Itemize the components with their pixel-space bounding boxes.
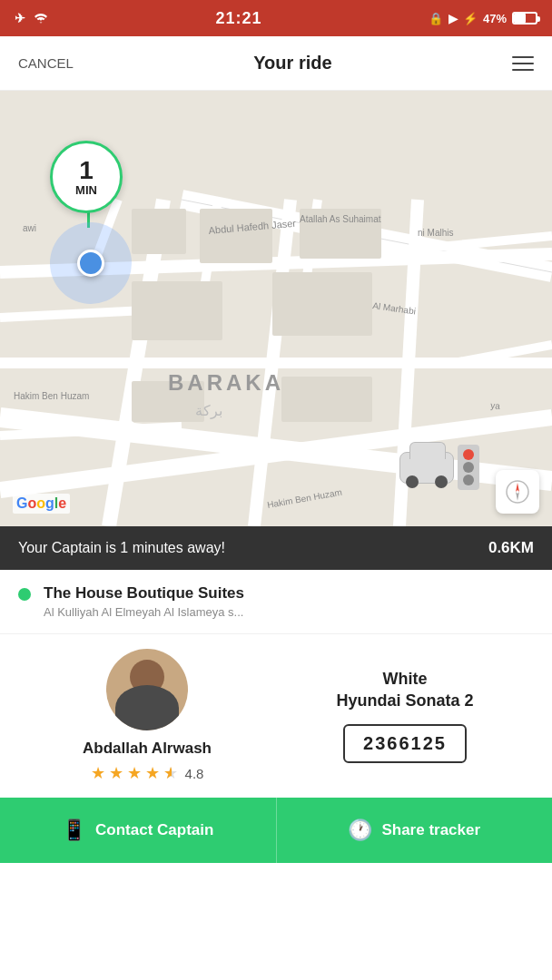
svg-text:Hakim Ben Huzam: Hakim Ben Huzam [14,391,89,401]
star-3: ★ [127,763,142,783]
tl-green [463,475,474,485]
driver-section: Abdallah Alrwash ★ ★ ★ ★ ★★ 4.8 White Hy… [0,634,552,798]
svg-text:awi: awi [23,223,36,233]
compass-button[interactable] [496,470,539,514]
contact-label: Contact Captain [95,821,213,839]
star-2: ★ [109,763,123,783]
svg-rect-20 [132,281,222,340]
g-red2: e [58,495,66,511]
location-icon: ▶ [448,12,458,25]
avatar-body [115,685,179,730]
svg-text:Atallah As Suhaimat: Atallah As Suhaimat [300,214,381,224]
destination-name: The House Boutique Suites [44,584,244,603]
driver-info-left: Abdallah Alrwash ★ ★ ★ ★ ★★ 4.8 [18,649,276,783]
share-tracker-button[interactable]: 🕐 Share tracker [277,798,553,863]
svg-text:ni Malhis: ni Malhis [418,228,453,238]
destination-dot [18,588,31,601]
captain-message: Your Captain is 1 minutes away! [18,540,225,556]
google-logo: Google [13,494,70,514]
star-1: ★ [91,763,105,783]
driver-name: Abdallah Alrwash [83,740,212,758]
captain-distance: 0.6KM [488,539,534,557]
destination-info: The House Boutique Suites Al Kulliyah Al… [44,584,244,619]
svg-rect-23 [281,377,372,422]
battery-icon [512,12,537,24]
status-left-icons: ✈ [15,11,49,26]
share-icon: 🕐 [348,818,372,842]
eta-unit: MIN [75,183,97,197]
cancel-button[interactable]: CANCEL [18,55,74,71]
bottom-actions: 📱 Contact Captain 🕐 Share tracker [0,798,552,863]
tl-yellow [463,462,474,473]
menu-line-2 [512,63,534,64]
share-label: Share tracker [381,821,480,839]
traffic-light [458,445,479,490]
map-area[interactable]: Abdul Hafedh Jaser Atallah As Suhaimat A… [0,91,552,526]
wifi-icon [33,11,49,26]
driver-avatar [106,649,188,730]
status-bar: ✈ 21:21 🔒 ▶ ⚡ 47% [0,0,552,36]
svg-rect-18 [200,209,272,263]
page-title: Your ride [253,53,331,74]
location-pulse [50,222,132,304]
svg-rect-17 [132,209,186,254]
header: CANCEL Your ride [0,36,552,91]
svg-text:بركة: بركة [195,403,222,419]
compass-icon [505,479,530,505]
car-marker [399,445,479,490]
svg-rect-21 [272,272,372,336]
battery-text: 47% [483,12,507,25]
star-4: ★ [145,763,160,783]
lock-icon: 🔒 [429,12,443,25]
driver-info-right: White Hyundai Sonata 2 2366125 [276,669,534,763]
contact-captain-button[interactable]: 📱 Contact Captain [0,798,277,863]
g-blue: G [16,495,27,511]
car-body [399,452,454,484]
tl-red [463,449,474,460]
rating-row: ★ ★ ★ ★ ★★ 4.8 [91,763,204,783]
menu-button[interactable] [512,56,534,71]
svg-marker-38 [516,492,519,501]
menu-line-1 [512,56,534,58]
eta-badge: 1 MIN [50,141,123,213]
plane-icon: ✈ [15,11,25,25]
license-plate: 2366125 [343,724,467,763]
car-wheel [435,475,448,488]
g-yellow: o [36,495,45,511]
eta-number: 1 [79,158,94,183]
car-info: White Hyundai Sonata 2 [336,669,473,711]
g-red: o [27,495,36,511]
status-right-icons: 🔒 ▶ ⚡ 47% [429,12,537,25]
destination-address: Al Kulliyah Al Elmeyah Al Islameya s... [44,605,244,619]
bluetooth-icon: ⚡ [463,12,478,25]
menu-line-3 [512,69,534,71]
svg-text:ya: ya [490,400,501,411]
destination-row: The House Boutique Suites Al Kulliyah Al… [0,570,552,634]
svg-marker-37 [516,483,519,492]
rating-number: 4.8 [185,766,204,781]
star-5-half: ★★ [163,763,178,783]
time-display: 21:21 [215,9,261,28]
phone-icon: 📱 [62,818,86,842]
location-dot [77,250,104,277]
g-blue2: g [45,495,54,511]
svg-text:BARAKA: BARAKA [168,370,284,395]
captain-banner: Your Captain is 1 minutes away! 0.6KM [0,526,552,570]
